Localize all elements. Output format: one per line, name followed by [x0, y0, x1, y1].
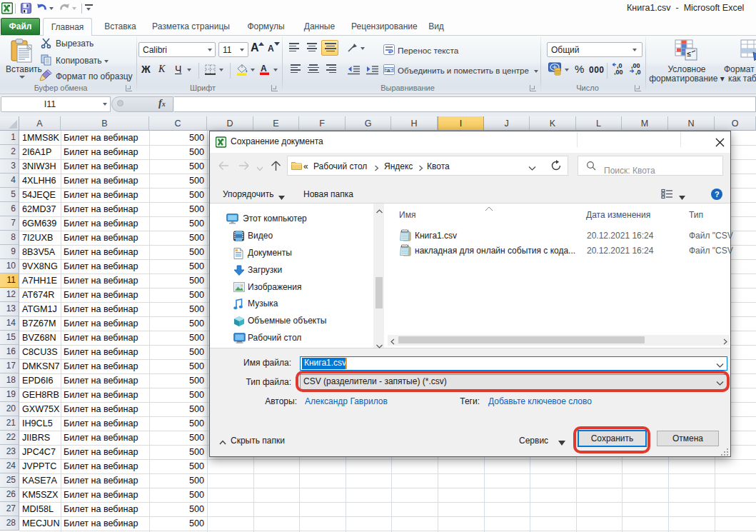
svg-text:≤: ≤	[687, 50, 692, 58]
svg-text:А: А	[261, 64, 267, 74]
svg-text:,00: ,00	[614, 69, 623, 75]
svg-text:,0: ,0	[635, 69, 641, 75]
svg-text:?: ?	[715, 190, 720, 199]
